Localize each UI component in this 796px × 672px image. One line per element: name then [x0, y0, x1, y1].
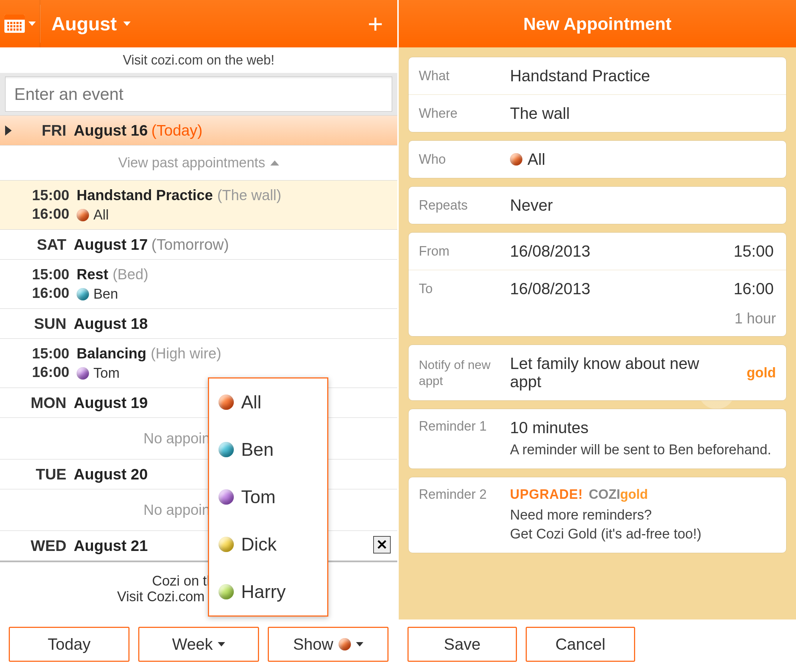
show-filter-dropdown[interactable]: Show [268, 627, 389, 662]
gold-badge: gold [747, 365, 776, 381]
appointment-who: All [93, 207, 109, 223]
ad-line2: Visit Cozi.com on the web! [0, 589, 397, 605]
reminder2-field[interactable]: Reminder 2 UPGRADE! COZIgold Need more r… [408, 477, 786, 553]
filter-option-tom[interactable]: Tom [209, 473, 327, 521]
person-dot-icon [218, 584, 234, 600]
day-header-wed[interactable]: WED August 21 ✕ [0, 531, 397, 561]
where-field[interactable]: Where The wall [408, 95, 786, 132]
new-appointment-header: New Appointment [399, 0, 796, 47]
dow-label: WED [12, 537, 74, 555]
event-input[interactable] [5, 77, 392, 112]
to-field[interactable]: To 16/08/2013 16:00 [408, 270, 786, 307]
appointment-who: Ben [93, 286, 118, 302]
repeats-field[interactable]: Repeats Never [408, 187, 786, 224]
person-dot-icon [338, 638, 351, 651]
date-label: August 17 [74, 236, 148, 253]
calendar-header: August + [0, 0, 397, 47]
date-label: August 18 [74, 315, 148, 333]
date-label: August 20 [74, 466, 148, 483]
chevron-down-icon [123, 21, 131, 26]
today-indicator-icon [5, 125, 12, 136]
appointment-location: (High wire) [151, 345, 221, 362]
appointment-form: What Handstand Practice Where The wall W… [399, 47, 796, 619]
person-filter-popup: All Ben Tom Dick Harry [208, 378, 328, 617]
who-field[interactable]: Who All [408, 141, 786, 178]
who-value: All [527, 150, 545, 168]
dow-label: SUN [12, 315, 74, 333]
filter-option-all[interactable]: All [209, 379, 327, 426]
dow-label: MON [12, 394, 74, 412]
appointment-title: Handstand Practice [77, 187, 213, 203]
date-label: August 21 [74, 537, 148, 555]
person-dot-icon [218, 395, 234, 410]
month-dropdown[interactable]: August [40, 0, 141, 47]
date-suffix: (Tomorrow) [151, 236, 229, 253]
promo-banner[interactable]: Visit cozi.com on the web! [0, 47, 397, 73]
day-header-sat[interactable]: SAT August 17 (Tomorrow) [0, 230, 397, 259]
date-label: August 19 [74, 394, 148, 412]
appointment-row[interactable]: 15:0016:00 Balancing (High wire) Tom [0, 339, 397, 388]
reminder1-field[interactable]: Reminder 1 10 minutes A reminder will be… [408, 409, 786, 469]
person-dot-icon [77, 288, 89, 301]
cozi-gold-logo: COZIgold [589, 487, 648, 502]
calendar-screen: August + Visit cozi.com on the web! FRI … [0, 0, 399, 672]
appointment-row[interactable]: 15:0016:00 Rest (Bed) Ben [0, 259, 397, 309]
day-header-sun[interactable]: SUN August 18 [0, 309, 397, 339]
upgrade-label: UPGRADE! [510, 487, 583, 502]
what-value: Handstand Practice [510, 67, 776, 85]
appointment-location: (Bed) [113, 266, 149, 283]
today-button[interactable]: Today [9, 627, 130, 662]
no-appointments: No appointments [0, 418, 397, 459]
form-buttons: Save Cancel [399, 619, 796, 672]
what-field[interactable]: What Handstand Practice [408, 57, 786, 95]
notify-field[interactable]: Notify of new appt Let family know about… [408, 345, 786, 400]
view-past-label: View past appointments [118, 155, 265, 171]
day-header-tue[interactable]: TUE August 20 [0, 459, 397, 489]
appointment-times: 15:00 16:00 [0, 187, 77, 223]
calendar-view-button[interactable] [0, 0, 40, 47]
notify-value: Let family know about new appt [510, 354, 700, 391]
appointment-who: Tom [93, 365, 120, 381]
bottom-toolbar: Today Week Show [0, 619, 397, 672]
ad-banner[interactable]: Cozi on the go! Visit Cozi.com on the we… [0, 561, 397, 619]
filter-option-ben[interactable]: Ben [209, 426, 327, 473]
filter-option-dick[interactable]: Dick [209, 521, 327, 568]
event-input-wrap [0, 73, 397, 115]
filter-option-harry[interactable]: Harry [209, 568, 327, 616]
close-ad-button[interactable]: ✕ [373, 536, 391, 554]
month-label: August [51, 13, 117, 35]
cancel-button[interactable]: Cancel [526, 627, 635, 662]
close-icon: ✕ [376, 537, 388, 553]
to-date: 16/08/2013 [510, 280, 590, 298]
no-appointments: No appointments [0, 489, 397, 531]
from-time: 15:00 [734, 242, 776, 260]
reminder1-subtext: A reminder will be sent to Ben beforehan… [510, 440, 776, 459]
repeats-value: Never [510, 196, 776, 214]
view-past-link[interactable]: View past appointments [0, 146, 397, 181]
save-button[interactable]: Save [407, 627, 517, 662]
chevron-down-icon [218, 642, 225, 646]
reminder2-line2: Get Cozi Gold (it's ad-free too!) [510, 525, 776, 543]
where-value: The wall [510, 104, 776, 123]
week-dropdown[interactable]: Week [138, 627, 259, 662]
appointment-title: Balancing [77, 345, 146, 362]
chevron-up-icon [270, 160, 279, 166]
appointment-times: 15:0016:00 [0, 345, 77, 381]
date-label: August 16 [74, 122, 148, 139]
dow-label: SAT [12, 236, 74, 253]
appointment-title: Rest [77, 266, 108, 283]
person-dot-icon [510, 153, 522, 166]
calendar-icon [4, 14, 25, 33]
duration-label: 1 hour [408, 307, 786, 336]
today-tag: (Today) [151, 122, 202, 139]
day-header-fri[interactable]: FRI August 16 (Today) [0, 115, 397, 146]
day-header-mon[interactable]: MON August 19 [0, 388, 397, 418]
chevron-down-icon [356, 642, 364, 646]
add-appointment-button[interactable]: + [361, 9, 390, 38]
page-title: New Appointment [399, 14, 796, 34]
from-field[interactable]: From 16/08/2013 15:00 [408, 233, 786, 270]
person-dot-icon [77, 209, 89, 221]
ad-line1: Cozi on the go! [0, 573, 397, 589]
new-appointment-screen: New Appointment What Handstand Practice … [399, 0, 796, 672]
appointment-row[interactable]: 15:00 16:00 Handstand Practice (The wall… [0, 181, 397, 230]
